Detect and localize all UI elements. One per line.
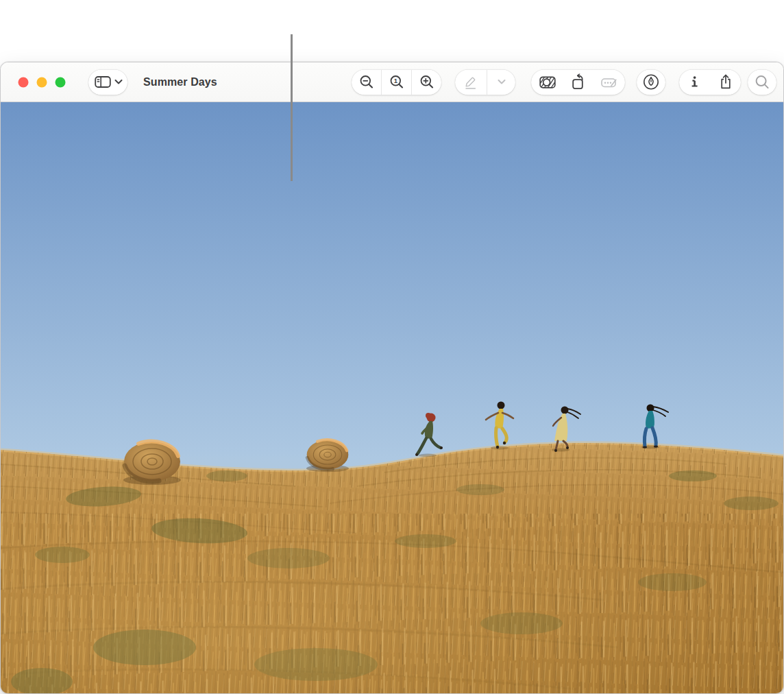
window-title: Summer Days bbox=[143, 76, 217, 88]
magnifier-icon: 1 bbox=[389, 75, 404, 90]
photo-canvas bbox=[1, 102, 784, 694]
sunlight-overlay bbox=[1, 438, 784, 694]
callout-line bbox=[291, 34, 293, 181]
magnifier-plus-icon bbox=[419, 75, 434, 90]
share-button[interactable] bbox=[710, 69, 741, 95]
adjust-color-button[interactable] bbox=[531, 69, 563, 95]
rotate-left-icon bbox=[571, 74, 586, 91]
info-icon bbox=[687, 74, 703, 91]
zoom-in-button[interactable] bbox=[412, 69, 441, 95]
actual-size-label: 1 bbox=[393, 77, 397, 84]
chevron-down-icon bbox=[498, 80, 506, 85]
minimize-button[interactable] bbox=[37, 77, 47, 87]
search-button[interactable] bbox=[748, 69, 776, 95]
search-icon bbox=[755, 75, 770, 90]
markup-menu-button[interactable] bbox=[487, 69, 515, 95]
info-share-group bbox=[679, 69, 741, 95]
close-button[interactable] bbox=[19, 77, 29, 87]
photo-content bbox=[1, 102, 784, 694]
markup-pencil-group bbox=[455, 69, 515, 95]
toolbar: Summer Days 1 bbox=[1, 62, 783, 102]
info-button[interactable] bbox=[679, 69, 710, 95]
pencil-underline-icon bbox=[463, 74, 478, 91]
sidebar-icon bbox=[94, 74, 112, 91]
hay-bale-left bbox=[123, 442, 181, 485]
sidebar-menu-button[interactable] bbox=[88, 69, 127, 95]
share-icon bbox=[718, 74, 734, 91]
rotate-left-button[interactable] bbox=[563, 69, 593, 95]
adjust-color-icon bbox=[539, 74, 556, 91]
pen-nib-circle-icon bbox=[643, 74, 659, 91]
preview-window: Summer Days 1 bbox=[0, 62, 784, 694]
actual-size-button[interactable]: 1 bbox=[382, 69, 411, 95]
markup-toolbar-button[interactable] bbox=[637, 69, 665, 95]
zoom-window-button[interactable] bbox=[56, 77, 66, 87]
magnifier-minus-icon bbox=[359, 75, 374, 90]
traffic-lights bbox=[17, 77, 71, 88]
chevron-down-icon bbox=[114, 80, 123, 85]
zoom-out-button[interactable] bbox=[352, 69, 381, 95]
markup-pencil-button[interactable] bbox=[455, 69, 487, 95]
image-tools-group bbox=[531, 69, 625, 95]
form-fill-button[interactable] bbox=[593, 69, 625, 95]
zoom-controls: 1 bbox=[352, 69, 441, 95]
sky bbox=[1, 102, 784, 486]
form-fill-icon bbox=[600, 74, 618, 91]
hay-bale-right bbox=[306, 440, 349, 472]
